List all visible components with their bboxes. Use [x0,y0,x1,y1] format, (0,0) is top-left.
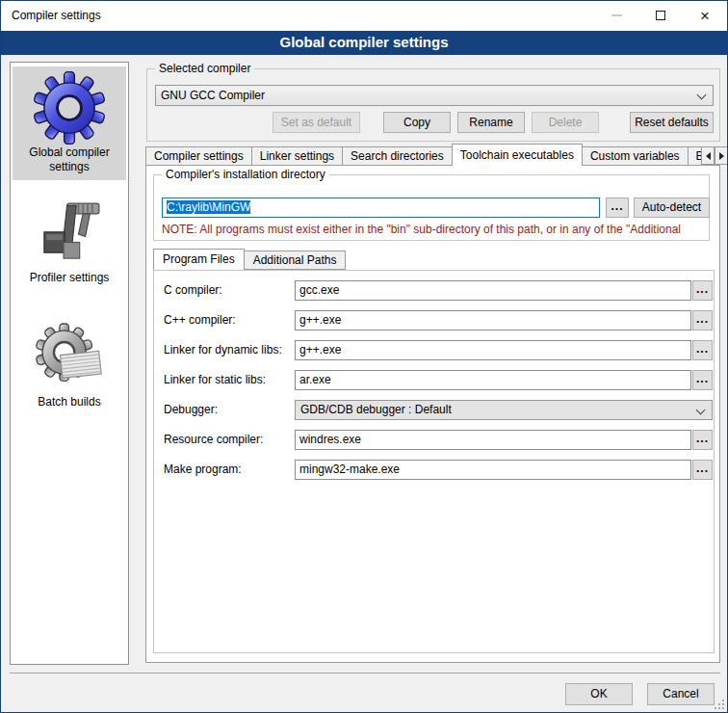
install-dir-input[interactable]: C:\raylib\MinGW [162,198,600,218]
selected-compiler-group-label: Selected compiler [155,62,254,75]
resource-compiler-input[interactable]: windres.exe [295,430,691,450]
sidebar-item-profiler-settings[interactable]: Profiler settings [13,192,126,291]
arrow-right-icon [719,152,724,160]
selected-compiler-group: Selected compiler GNU GCC Compiler Set a… [146,68,720,142]
subtab-bar: Program Files Additional Paths [153,249,345,270]
compiler-select[interactable]: GNU GCC Compiler [155,85,714,106]
input-value: g++.exe [299,343,341,356]
chevron-down-icon [697,91,707,100]
close-button[interactable]: × [683,1,727,30]
field-row-c-compiler: C++ compiler:g++.exe... [154,310,714,330]
linker-for-dynamic-libs-browse-button[interactable]: ... [692,340,713,360]
install-dir-browse-button[interactable]: ... [606,198,629,218]
maximize-icon [656,11,665,20]
gray-gear-stack-icon [14,320,124,395]
input-value: g++.exe [299,313,341,327]
linker-for-dynamic-libs-input[interactable]: g++.exe [295,340,691,360]
field-label: C++ compiler: [164,310,236,330]
resize-grip-icon[interactable] [715,700,724,709]
sidebar-item-batch-builds[interactable]: Batch builds [13,316,126,415]
copy-button[interactable]: Copy [383,112,451,133]
c-compiler-browse-button[interactable]: ... [692,280,713,301]
install-dir-note: NOTE: All programs must exist either in … [162,223,704,236]
minimize-icon [611,14,622,16]
toolchain-executables-page: Compiler's installation directory C:\ray… [145,165,720,663]
settings-category-list: Global compiler settings Profiler settin… [10,62,129,665]
input-value: gcc.exe [299,283,339,297]
make-program-browse-button[interactable]: ... [692,460,713,480]
field-label: Linker for static libs: [164,370,266,390]
ok-button[interactable]: OK [565,683,633,705]
footer-separator [10,673,720,673]
dialog-header: Global compiler settings [1,31,727,55]
install-dir-value: C:\raylib\MinGW [167,200,250,214]
reset-defaults-button[interactable]: Reset defaults [630,112,714,133]
sidebar-item-label: Profiler settings [14,271,124,285]
field-label: Linker for dynamic libs: [164,340,282,360]
field-row-linker-for-static-libs: Linker for static libs:ar.exe... [154,370,714,390]
compiler-settings-dialog: Compiler settings × Global compiler sett… [0,0,728,713]
tab-build[interactable]: Build [688,146,701,166]
field-label: Make program: [164,460,242,480]
titlebar: Compiler settings × [1,1,727,31]
input-value: windres.exe [299,433,361,446]
sidebar-item-label: Batch builds [14,395,124,409]
minimize-button[interactable] [594,1,638,30]
input-value: ar.exe [299,373,331,386]
debugger-select[interactable]: GDB/CDB debugger : Default [295,400,713,420]
install-dir-group-label: Compiler's installation directory [162,168,329,181]
autodetect-button[interactable]: Auto-detect [634,198,710,218]
tab-compiler-settings[interactable]: Compiler settings [145,146,252,166]
subtab-additional-paths[interactable]: Additional Paths [244,251,347,270]
maximize-button[interactable] [638,1,683,30]
compiler-select-value: GNU GCC Compiler [161,89,265,102]
sidebar-item-label: Global compiler settings [14,145,124,174]
chevron-down-icon [696,406,706,415]
sidebar-item-global-compiler-settings[interactable]: Global compiler settings [13,66,126,180]
caliper-icon [14,196,124,271]
c-compiler-browse-button[interactable]: ... [692,310,713,330]
field-label: Resource compiler: [164,430,263,450]
make-program-input[interactable]: mingw32-make.exe [295,460,691,480]
install-dir-group: Compiler's installation directory C:\ray… [153,174,710,241]
field-label: Debugger: [164,400,218,420]
arrow-left-icon [706,152,711,160]
resource-compiler-browse-button[interactable]: ... [692,430,713,450]
cancel-button[interactable]: Cancel [647,683,715,705]
subtab-program-files[interactable]: Program Files [153,249,245,270]
tab-toolchain-executables[interactable]: Toolchain executables [452,144,583,166]
c-compiler-input[interactable]: g++.exe [295,310,691,330]
window-title: Compiler settings [12,9,101,22]
program-files-page: C compiler:gcc.exe...C++ compiler:g++.ex… [153,270,715,653]
select-value: GDB/CDB debugger : Default [300,403,452,416]
close-icon: × [700,8,710,24]
field-row-c-compiler: C compiler:gcc.exe... [154,280,714,301]
field-row-make-program: Make program:mingw32-make.exe... [154,460,714,480]
field-row-linker-for-dynamic-libs: Linker for dynamic libs:g++.exe... [154,340,714,360]
tab-custom-variables[interactable]: Custom variables [582,146,689,166]
rename-button[interactable]: Rename [457,112,525,133]
field-row-debugger: Debugger:GDB/CDB debugger : Default [154,400,714,420]
field-label: C compiler: [164,280,222,301]
blue-gear-icon [14,70,124,145]
tab-search-directories[interactable]: Search directories [342,146,453,166]
field-row-resource-compiler: Resource compiler:windres.exe... [154,430,714,450]
c-compiler-input[interactable]: gcc.exe [295,280,691,301]
linker-for-static-libs-browse-button[interactable]: ... [692,370,713,390]
tab-bar: Compiler settingsLinker settingsSearch d… [145,144,701,166]
set-as-default-button: Set as default [273,112,360,133]
delete-button: Delete [532,112,599,133]
input-value: mingw32-make.exe [299,462,400,476]
tab-scroll-right-button[interactable] [715,146,728,165]
tab-linker-settings[interactable]: Linker settings [251,146,343,166]
linker-for-static-libs-input[interactable]: ar.exe [295,370,691,390]
tab-scroll-left-button[interactable] [701,146,715,165]
